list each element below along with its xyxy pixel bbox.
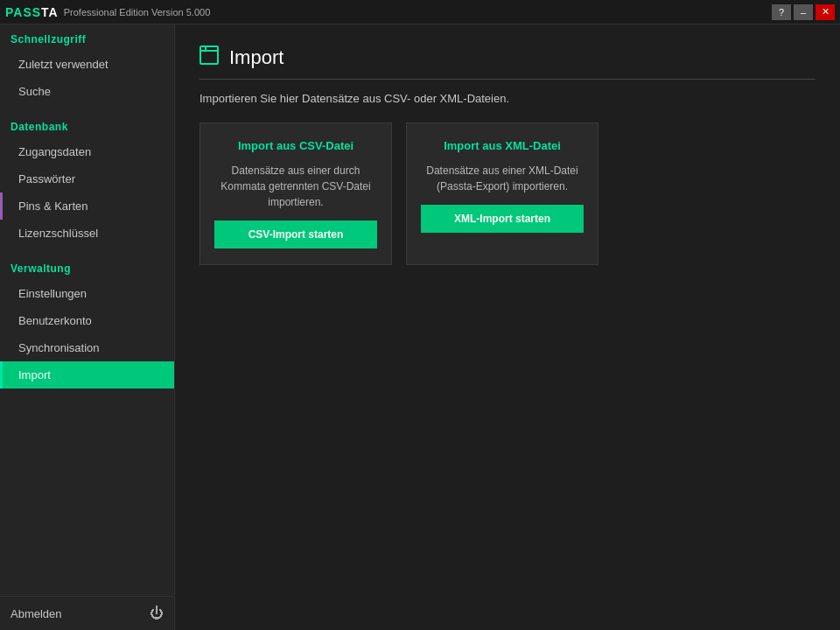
- sidebar-item-suche[interactable]: Suche: [0, 78, 174, 105]
- sidebar-item-zuletzt[interactable]: Zuletzt verwendet: [0, 51, 174, 78]
- app-name: PASSTA: [5, 5, 59, 19]
- csv-card: Import aus CSV-Datei Datensätze aus eine…: [200, 122, 392, 265]
- page-description: Importieren Sie hier Datensätze aus CSV-…: [200, 92, 816, 105]
- sidebar-footer[interactable]: Abmelden ⏻: [0, 596, 174, 630]
- sidebar-item-benutzerkonto[interactable]: Benutzerkonto: [0, 307, 174, 334]
- content-area: Import Importieren Sie hier Datensätze a…: [175, 24, 840, 630]
- titlebar-buttons: ? – ✕: [772, 4, 835, 20]
- help-button[interactable]: ?: [772, 4, 791, 20]
- app-name-pass: PASS: [5, 5, 41, 19]
- page-header: Import: [200, 46, 816, 70]
- section-verwaltung: Verwaltung: [0, 254, 174, 280]
- sidebar-item-import[interactable]: Import: [0, 361, 174, 388]
- sidebar-item-pins[interactable]: Pins & Karten: [0, 192, 174, 220]
- page-title: Import: [229, 46, 284, 69]
- sidebar-item-zugangsdaten[interactable]: Zugangsdaten: [0, 138, 174, 165]
- csv-card-description: Datensätze aus einer durch Kommata getre…: [214, 163, 377, 210]
- section-schnellzugriff: Schnellzugriff: [0, 24, 174, 51]
- svg-rect-0: [200, 46, 218, 64]
- close-button[interactable]: ✕: [816, 4, 835, 20]
- sidebar-item-einstellungen[interactable]: Einstellungen: [0, 280, 174, 307]
- xml-card-title: Import aus XML-Datei: [444, 139, 561, 152]
- sidebar-item-passwoerter[interactable]: Passwörter: [0, 165, 174, 192]
- xml-import-button[interactable]: XML-Import starten: [421, 205, 584, 233]
- minimize-button[interactable]: –: [794, 4, 813, 20]
- page-divider: [200, 79, 816, 80]
- sidebar-item-lizenz[interactable]: Lizenzschlüssel: [0, 220, 174, 247]
- csv-card-title: Import aus CSV-Datei: [238, 139, 354, 152]
- titlebar: PASSTA Professional Edition Version 5.00…: [0, 0, 840, 24]
- edition-info: Professional Edition Version 5.000: [64, 7, 211, 18]
- import-cards: Import aus CSV-Datei Datensätze aus eine…: [200, 122, 816, 265]
- sidebar-item-synchronisation[interactable]: Synchronisation: [0, 334, 174, 361]
- section-datenbank: Datenbank: [0, 112, 174, 138]
- app-name-ta: TA: [41, 5, 59, 19]
- csv-import-button[interactable]: CSV-Import starten: [214, 220, 377, 248]
- sidebar: Schnellzugriff Zuletzt verwendet Suche D…: [0, 24, 175, 630]
- xml-card-description: Datensätze aus einer XML-Datei (Passta-E…: [421, 163, 584, 194]
- titlebar-left: PASSTA Professional Edition Version 5.00…: [5, 5, 210, 19]
- main-layout: Schnellzugriff Zuletzt verwendet Suche D…: [0, 24, 840, 630]
- import-icon: [200, 46, 219, 70]
- xml-card: Import aus XML-Datei Datensätze aus eine…: [406, 122, 598, 265]
- abmelden-label: Abmelden: [10, 607, 62, 620]
- logout-icon: ⏻: [150, 606, 164, 621]
